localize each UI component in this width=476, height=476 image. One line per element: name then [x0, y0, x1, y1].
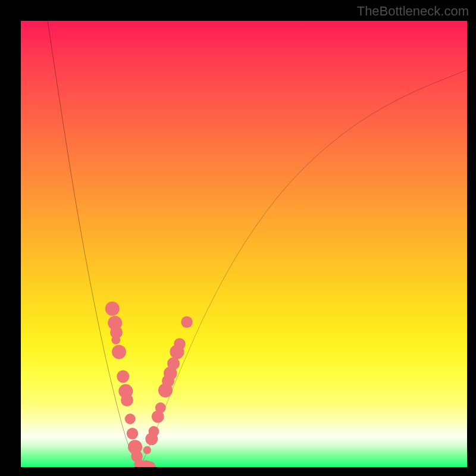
data-point: [117, 370, 129, 383]
data-point: [112, 345, 126, 359]
data-point: [174, 338, 185, 350]
chart-frame: TheBottleneck.com: [0, 0, 476, 476]
data-point: [125, 414, 136, 424]
data-point: [181, 317, 193, 328]
data-point: [127, 428, 139, 439]
data-point: [155, 402, 166, 413]
data-point: [111, 336, 120, 345]
scatter-markers: [105, 302, 193, 467]
plot-area: [21, 21, 467, 467]
data-point: [167, 358, 180, 370]
watermark-text: TheBottleneck.com: [357, 4, 469, 19]
data-point: [121, 394, 133, 406]
curve-layer: [21, 21, 467, 467]
right-curve: [140, 70, 467, 468]
data-point: [148, 426, 159, 437]
data-point: [143, 446, 151, 455]
data-point: [105, 302, 120, 316]
